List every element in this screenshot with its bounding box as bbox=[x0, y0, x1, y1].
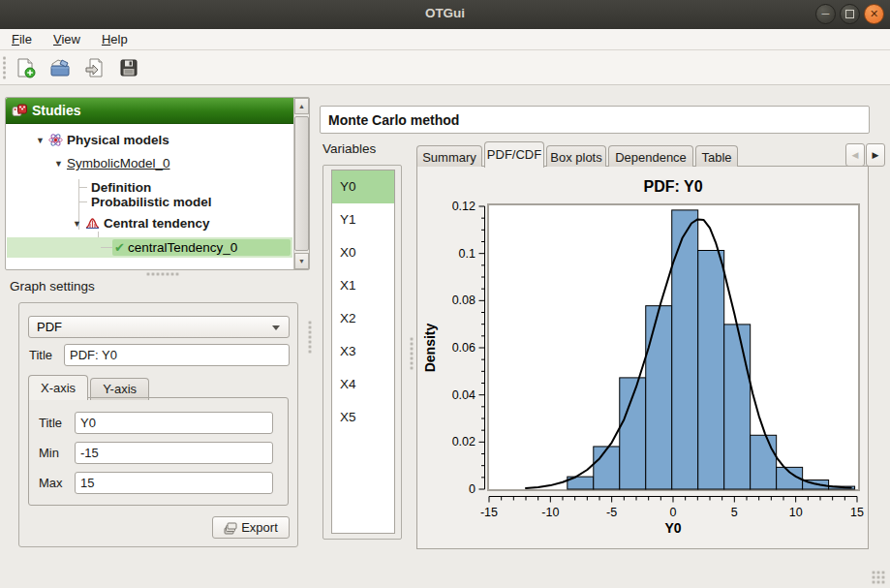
menu-file[interactable]: File bbox=[2, 30, 42, 48]
x-title-input[interactable] bbox=[75, 412, 273, 434]
scroll-up-button[interactable]: ▲ bbox=[294, 98, 309, 114]
maximize-button[interactable] bbox=[840, 4, 860, 24]
graph-settings-label: Graph settings bbox=[10, 279, 95, 294]
svg-text:0.1: 0.1 bbox=[459, 247, 476, 261]
save-button[interactable] bbox=[115, 54, 142, 81]
menu-help[interactable]: Help bbox=[92, 30, 138, 48]
axis-tab-pane: Title Min Max bbox=[28, 397, 289, 506]
title-bar[interactable]: OTGui ─ ✕ bbox=[0, 0, 890, 30]
minimize-button[interactable]: ─ bbox=[815, 4, 836, 24]
tab-table[interactable]: Table bbox=[695, 145, 738, 167]
expand-arrow-icon[interactable]: ▼ bbox=[54, 159, 63, 169]
toolbar bbox=[0, 50, 890, 85]
title-label: Title bbox=[29, 348, 64, 362]
variable-item-x4[interactable]: X4 bbox=[332, 368, 394, 401]
toolbar-drag-handle[interactable] bbox=[2, 55, 7, 80]
tree-branch-line bbox=[78, 201, 87, 202]
import-python-button[interactable] bbox=[81, 54, 108, 81]
dice-icon bbox=[12, 104, 27, 117]
tabs-scroll-right-button[interactable]: ▶ bbox=[866, 143, 885, 167]
variable-item-x5[interactable]: X5 bbox=[332, 401, 394, 434]
svg-text:0.06: 0.06 bbox=[452, 341, 476, 355]
distribution-icon bbox=[85, 217, 100, 230]
pdf-chart: PDF: Y000.020.040.060.080.10.12-15-10-50… bbox=[417, 167, 868, 548]
tree-item-label: Physical models bbox=[67, 133, 169, 147]
tab-dependence[interactable]: Dependence bbox=[608, 145, 693, 167]
variable-item-x2[interactable]: X2 bbox=[332, 302, 394, 335]
close-button[interactable]: ✕ bbox=[864, 4, 884, 24]
svg-text:0: 0 bbox=[670, 506, 677, 519]
variable-item-x0[interactable]: X0 bbox=[332, 236, 394, 269]
open-study-icon bbox=[48, 56, 72, 79]
variables-label: Variables bbox=[322, 141, 376, 156]
x-min-label: Min bbox=[39, 446, 75, 460]
analysis-title: Monte Carlo method bbox=[320, 106, 870, 134]
menu-view[interactable]: View bbox=[44, 30, 90, 48]
vertical-splitter-handle[interactable] bbox=[307, 320, 313, 355]
tab-x-axis[interactable]: X-axis bbox=[28, 375, 88, 400]
svg-text:Y0: Y0 bbox=[664, 520, 681, 536]
svg-text:-10: -10 bbox=[541, 506, 559, 519]
new-study-button[interactable] bbox=[12, 54, 39, 81]
horizontal-splitter-handle[interactable] bbox=[145, 271, 180, 277]
svg-text:0.04: 0.04 bbox=[452, 388, 476, 402]
tree-item-definition[interactable]: Definition bbox=[91, 180, 151, 195]
tab-pdf-cdf[interactable]: PDF/CDF bbox=[484, 141, 544, 168]
vertical-splitter-handle-2[interactable] bbox=[409, 336, 414, 371]
tree-item-label: centralTendency_0 bbox=[128, 240, 237, 255]
scrollbar-thumb[interactable] bbox=[294, 116, 309, 251]
window-title: OTGui bbox=[0, 6, 890, 20]
expand-arrow-icon[interactable]: ▼ bbox=[73, 219, 81, 229]
tab-summary[interactable]: Summary bbox=[416, 145, 482, 167]
x-max-label: Max bbox=[39, 476, 75, 490]
x-min-input[interactable] bbox=[75, 442, 273, 464]
variable-item-y0[interactable]: Y0 bbox=[332, 170, 394, 203]
tabs-scroll-left-button[interactable]: ◀ bbox=[845, 143, 865, 167]
x-title-label: Title bbox=[39, 416, 75, 430]
graph-settings-panel: PDF Title X-axis Y-axis Title Min Max bbox=[18, 302, 298, 547]
maximize-icon bbox=[845, 10, 854, 18]
graph-title-input[interactable] bbox=[64, 344, 290, 366]
tree-item-label: SymbolicModel_0 bbox=[67, 156, 170, 170]
tree-item-physical-models[interactable]: ▼ Physical models bbox=[36, 133, 169, 147]
svg-text:-5: -5 bbox=[606, 506, 617, 519]
tree-item-central-tendency-0[interactable]: ✔ centralTendency_0 bbox=[7, 237, 292, 258]
variable-item-y1[interactable]: Y1 bbox=[332, 203, 394, 236]
svg-text:0.08: 0.08 bbox=[452, 294, 476, 307]
tab-box-plots[interactable]: Box plots bbox=[546, 145, 606, 167]
open-study-button[interactable] bbox=[46, 54, 74, 81]
tree-item-label: Probabilistic model bbox=[91, 195, 212, 209]
export-icon bbox=[224, 521, 237, 535]
variable-item-x3[interactable]: X3 bbox=[332, 335, 394, 368]
save-icon bbox=[117, 56, 140, 79]
pdf-chart-pane: PDF: Y000.020.040.060.080.10.12-15-10-50… bbox=[416, 166, 869, 549]
close-icon: ✕ bbox=[870, 9, 878, 19]
tree-item-central-tendency[interactable]: ▼ Central tendency bbox=[73, 216, 209, 231]
result-tabs: Summary PDF/CDF Box plots Dependence Tab… bbox=[416, 141, 740, 167]
studies-header[interactable]: Studies bbox=[6, 98, 293, 124]
export-button[interactable]: Export bbox=[212, 516, 290, 539]
variable-item-x1[interactable]: X1 bbox=[332, 269, 394, 302]
tree-item-label: Central tendency bbox=[104, 216, 210, 231]
chevron-down-icon bbox=[272, 325, 280, 330]
success-check-icon: ✔ bbox=[114, 241, 125, 254]
tree-item-symbolic-model[interactable]: ▼ SymbolicModel_0 bbox=[54, 156, 169, 170]
svg-text:15: 15 bbox=[850, 506, 864, 519]
studies-panel: Studies ▼ Physical models ▼ SymbolicMode… bbox=[5, 97, 310, 270]
x-max-input[interactable] bbox=[75, 472, 273, 494]
svg-text:0.02: 0.02 bbox=[452, 435, 476, 449]
svg-text:0: 0 bbox=[469, 482, 476, 496]
svg-text:PDF: Y0: PDF: Y0 bbox=[643, 178, 702, 195]
scroll-down-button[interactable]: ▼ bbox=[294, 253, 309, 269]
tree-branch-line bbox=[78, 187, 87, 188]
svg-text:-15: -15 bbox=[480, 506, 498, 519]
application-window: OTGui ─ ✕ File View Help bbox=[0, 0, 890, 588]
plot-type-dropdown[interactable]: PDF bbox=[28, 316, 290, 338]
expand-arrow-icon[interactable]: ▼ bbox=[36, 136, 45, 145]
variables-panel: Y0 Y1 X0 X1 X2 X3 X4 X5 bbox=[322, 165, 402, 540]
window-resize-grip[interactable] bbox=[872, 571, 885, 584]
variables-list: Y0 Y1 X0 X1 X2 X3 X4 X5 bbox=[331, 170, 395, 534]
tree-scrollbar[interactable]: ▲ ▼ bbox=[293, 98, 309, 269]
tree-item-probabilistic-model[interactable]: Probabilistic model bbox=[91, 195, 212, 209]
atom-icon bbox=[48, 133, 63, 147]
